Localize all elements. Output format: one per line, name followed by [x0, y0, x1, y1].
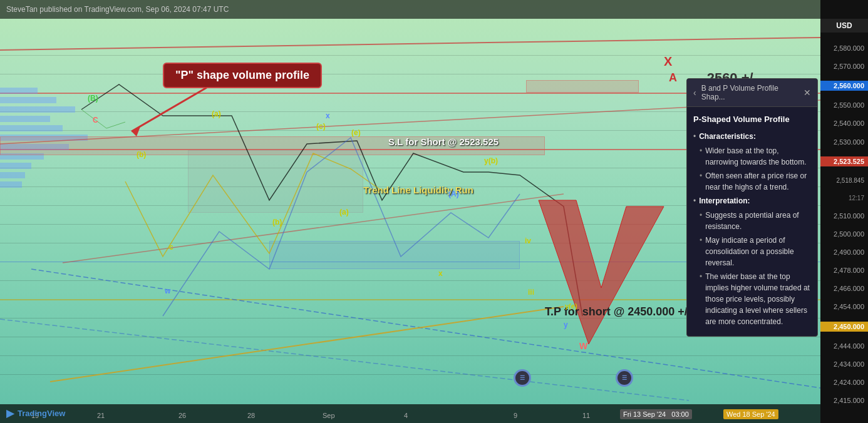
price-2444: 2,444.000 — [820, 342, 868, 350]
price-2570: 2,570.000 — [820, 63, 868, 70]
tv-logo: ▶ TradingView — [6, 407, 65, 419]
tv-icon: ▶ — [6, 407, 14, 419]
price-2466: 2,466.000 — [820, 285, 868, 292]
wave-b2: (b) — [272, 218, 282, 227]
publisher-text: SteveTan published on TradingView.com, S… — [6, 5, 229, 14]
price-2530: 2,530.000 — [820, 138, 868, 146]
wave-B: (B) — [88, 94, 98, 103]
wave-W: W — [579, 341, 587, 351]
wave-yb: y(b) — [484, 156, 498, 165]
wave-iv: iv — [525, 237, 531, 245]
popup-panel: ‹ B and P Volume Profile Shap... ✕ P-Sha… — [686, 78, 818, 337]
usd-label: USD — [820, 19, 868, 33]
price-2523: 2,523.525 — [820, 156, 868, 166]
svg-text:A: A — [669, 71, 677, 84]
top-bar: SteveTan published on TradingView.com, S… — [0, 0, 820, 19]
price-2478: 2,478.000 — [820, 267, 868, 274]
svg-marker-10 — [132, 125, 141, 136]
svg-marker-6 — [539, 200, 664, 344]
char-item-2: Often seen after a price rise or near th… — [700, 170, 811, 193]
wave-iii: iii — [528, 288, 534, 297]
time-9: 9 — [514, 412, 517, 419]
price-2415: 2,415.000 — [820, 397, 868, 404]
wave-x: x — [326, 111, 330, 120]
characteristics-header: Characteristics: — [693, 131, 811, 142]
time-21: 21 — [97, 412, 105, 419]
price-2560-hl: 2,560.000 — [820, 81, 868, 91]
wave-c2: c — [169, 243, 173, 252]
price-2490: 2,490.000 — [820, 248, 868, 256]
sl-label: S.L for Short @ 2523.525 — [388, 136, 499, 147]
popup-back-arrow[interactable]: ‹ — [693, 88, 696, 98]
wave-c1: (c) — [316, 122, 326, 131]
price-2510: 2,510.000 — [820, 212, 868, 220]
interp-item-2: May indicate a period of consolidation o… — [700, 235, 811, 268]
svg-line-4 — [50, 307, 564, 382]
time-28: 28 — [247, 412, 255, 419]
svg-line-5 — [63, 194, 564, 263]
tv-text: TradingView — [18, 409, 65, 418]
time-bar: 19 21 26 28 Sep 4 9 11 Fri 13 Sep '24 03… — [0, 404, 820, 423]
popup-title: B and P Volume Profile Shap... — [701, 84, 798, 101]
wave-a2: (a) — [339, 208, 349, 217]
price-axis: USD 2,580.000 2,570.000 2,560.000 2,550.… — [820, 0, 868, 423]
wave-y-bottom: y — [564, 320, 568, 329]
popup-body: P-Shaped Volume Profile Characteristics:… — [687, 107, 817, 336]
time-fri-13: Fri 13 Sep '24 03:00 — [620, 409, 692, 419]
arrow-svg — [125, 63, 251, 138]
char-item-1: Wider base at the top, narrowing towards… — [700, 145, 811, 168]
time-wed-18: Wed 18 Sep '24 — [723, 409, 778, 419]
wave-C: C — [93, 116, 98, 125]
price-2424: 2,424.000 — [820, 379, 868, 386]
price-2500: 2,500.000 — [820, 230, 868, 238]
marker-circle-1: ☰ — [514, 369, 531, 387]
time-11: 11 — [582, 412, 590, 419]
interp-item-3: The wider base at the top implies higher… — [700, 271, 811, 327]
price-2450: 2,450.000 — [820, 322, 868, 332]
svg-text:X: X — [664, 54, 673, 68]
interpretation-header: Interpretation: — [693, 195, 811, 206]
wave-b1: (b) — [137, 150, 146, 159]
wave-A: (A) — [448, 190, 459, 198]
time-1217: 12:17 — [820, 195, 868, 201]
svg-line-9 — [132, 88, 207, 131]
price-2518: 2,518.845 — [820, 177, 868, 184]
wave-e1: (e) — [351, 128, 361, 137]
wave-w: w — [165, 287, 170, 295]
time-26: 26 — [178, 412, 186, 419]
popup-main-title: P-Shaped Volume Profile — [693, 113, 811, 126]
price-2454: 2,454.000 — [820, 303, 868, 310]
price-2434: 2,434.000 — [820, 360, 868, 368]
time-4: 4 — [404, 412, 408, 419]
popup-close-button[interactable]: ✕ — [803, 88, 811, 98]
price-2550: 2,550.000 — [820, 101, 868, 109]
time-sep: Sep — [323, 412, 335, 419]
interp-item-1: Suggests a potential area of resistance. — [700, 210, 811, 232]
price-2580: 2,580.000 — [820, 44, 868, 52]
wave-x2: x — [438, 269, 443, 278]
marker-circle-2: ☰ — [616, 369, 633, 387]
svg-line-0 — [0, 38, 820, 50]
wave-ye: y(e) — [565, 302, 577, 310]
price-2540: 2,540.000 — [820, 120, 868, 127]
popup-header: ‹ B and P Volume Profile Shap... ✕ — [687, 79, 817, 107]
